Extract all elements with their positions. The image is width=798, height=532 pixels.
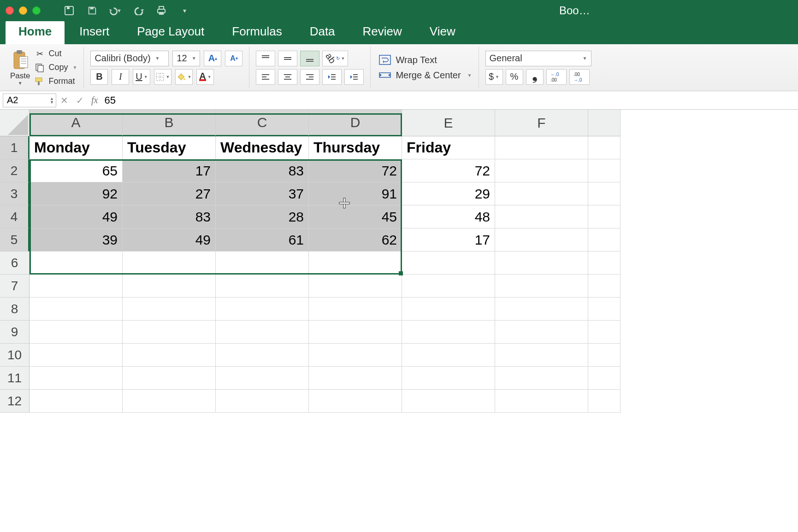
cell-E5[interactable]: 17: [402, 228, 495, 251]
cell-B8[interactable]: [123, 298, 216, 321]
decrease-decimal-button[interactable]: .00→.0: [569, 69, 590, 85]
tab-review[interactable]: Review: [350, 20, 415, 44]
decrease-font-button[interactable]: A▾: [225, 51, 242, 66]
fx-label[interactable]: fx: [91, 95, 98, 105]
comma-style-button[interactable]: ❟: [526, 69, 544, 85]
cell-F10[interactable]: [495, 344, 588, 367]
cell-B4[interactable]: 83: [123, 205, 216, 228]
cell-A9[interactable]: [30, 321, 123, 344]
chevron-down-icon[interactable]: ▼: [117, 8, 122, 13]
cell-A12[interactable]: [30, 390, 123, 413]
column-header-D[interactable]: D: [309, 110, 402, 136]
row-header-9[interactable]: 9: [0, 321, 30, 344]
merge-center-button[interactable]: Merge & Center ▼: [379, 70, 472, 81]
row-header-7[interactable]: 7: [0, 275, 30, 298]
cell-D7[interactable]: [309, 275, 402, 298]
close-window-button[interactable]: [6, 6, 14, 15]
cell-A1[interactable]: Monday: [30, 136, 123, 159]
increase-indent-button[interactable]: [344, 69, 364, 85]
cell-G10[interactable]: [588, 344, 621, 367]
cell-B9[interactable]: [123, 321, 216, 344]
print-icon[interactable]: [155, 4, 168, 17]
cell-A5[interactable]: 39: [30, 228, 123, 251]
cell-F4[interactable]: [495, 205, 588, 228]
cell-G11[interactable]: [588, 367, 621, 390]
cell-D2[interactable]: 72: [309, 159, 402, 182]
cell-G3[interactable]: [588, 182, 621, 205]
cell-C2[interactable]: 83: [216, 159, 309, 182]
cell-A4[interactable]: 49: [30, 205, 123, 228]
align-right-button[interactable]: [300, 69, 319, 85]
cell-C6[interactable]: [216, 251, 309, 275]
cell-E10[interactable]: [402, 344, 495, 367]
row-header-3[interactable]: 3: [0, 182, 30, 205]
customize-qat-icon[interactable]: ▾: [178, 4, 191, 17]
percent-button[interactable]: %: [506, 69, 523, 85]
cell-D4[interactable]: 45: [309, 205, 402, 228]
cell-C11[interactable]: [216, 367, 309, 390]
chevron-down-icon[interactable]: ▼: [207, 75, 212, 79]
cell-A8[interactable]: [30, 298, 123, 321]
cell-F6[interactable]: [495, 251, 588, 275]
cell-C12[interactable]: [216, 390, 309, 413]
cell-C1[interactable]: Wednesday: [216, 136, 309, 159]
borders-button[interactable]: ▼: [154, 69, 171, 85]
cancel-formula-button[interactable]: ✕: [56, 94, 72, 107]
cell-C3[interactable]: 37: [216, 182, 309, 205]
chevron-down-icon[interactable]: ▼: [73, 65, 77, 70]
cell-D3[interactable]: 91: [309, 182, 402, 205]
cell-E8[interactable]: [402, 298, 495, 321]
paste-button[interactable]: Paste ▼: [10, 49, 30, 86]
cell-G8[interactable]: [588, 298, 621, 321]
currency-button[interactable]: $ ▼: [485, 69, 503, 85]
cell-B3[interactable]: 27: [123, 182, 216, 205]
number-format-combo[interactable]: General ▼: [485, 51, 591, 66]
chevron-down-icon[interactable]: ▼: [341, 56, 345, 61]
font-name-combo[interactable]: Calibri (Body) ▼: [90, 51, 169, 66]
cell-A2[interactable]: 65: [30, 159, 123, 182]
underline-button[interactable]: U▼: [133, 69, 150, 85]
cell-G2[interactable]: [588, 159, 621, 182]
cell-D1[interactable]: Thursday: [309, 136, 402, 159]
cell-E12[interactable]: [402, 390, 495, 413]
chevron-down-icon[interactable]: ▼: [18, 81, 23, 86]
cell-B12[interactable]: [123, 390, 216, 413]
column-header-A[interactable]: A: [30, 110, 123, 136]
format-painter-button[interactable]: Format: [35, 76, 77, 87]
grid[interactable]: MondayTuesdayWednesdayThursdayFriday6517…: [30, 136, 621, 413]
row-header-5[interactable]: 5: [0, 228, 30, 251]
tab-formulas[interactable]: Formulas: [219, 20, 295, 44]
undo-icon[interactable]: ▼: [109, 4, 122, 17]
cell-G1[interactable]: [588, 136, 621, 159]
cell-F12[interactable]: [495, 390, 588, 413]
cell-F11[interactable]: [495, 367, 588, 390]
accept-formula-button[interactable]: ✓: [72, 94, 88, 107]
cell-C4[interactable]: 28: [216, 205, 309, 228]
row-header-10[interactable]: 10: [0, 344, 30, 367]
row-header-2[interactable]: 2: [0, 159, 30, 182]
cell-A11[interactable]: [30, 367, 123, 390]
cell-D9[interactable]: [309, 321, 402, 344]
cell-C8[interactable]: [216, 298, 309, 321]
column-header-E[interactable]: E: [402, 110, 495, 136]
tab-home[interactable]: Home: [6, 20, 65, 44]
chevron-down-icon[interactable]: ▼: [144, 75, 148, 79]
redo-icon[interactable]: [132, 4, 145, 17]
cell-A7[interactable]: [30, 275, 123, 298]
copy-button[interactable]: Copy ▼: [35, 63, 77, 73]
cell-E9[interactable]: [402, 321, 495, 344]
cell-F8[interactable]: [495, 298, 588, 321]
bold-button[interactable]: B: [90, 69, 108, 85]
cell-G6[interactable]: [588, 251, 621, 275]
cell-F5[interactable]: [495, 228, 588, 251]
formula-input[interactable]: [101, 94, 798, 106]
row-header-11[interactable]: 11: [0, 367, 30, 390]
cut-button[interactable]: ✂︎ Cut: [35, 49, 77, 59]
align-top-button[interactable]: [256, 51, 275, 66]
cell-G12[interactable]: [588, 390, 621, 413]
tab-page-layout[interactable]: Page Layout: [124, 20, 217, 44]
cell-G7[interactable]: [588, 275, 621, 298]
cell-B2[interactable]: 17: [123, 159, 216, 182]
column-header-blank[interactable]: [588, 110, 621, 136]
orientation-button[interactable]: ab ↻ ▼: [322, 51, 348, 66]
